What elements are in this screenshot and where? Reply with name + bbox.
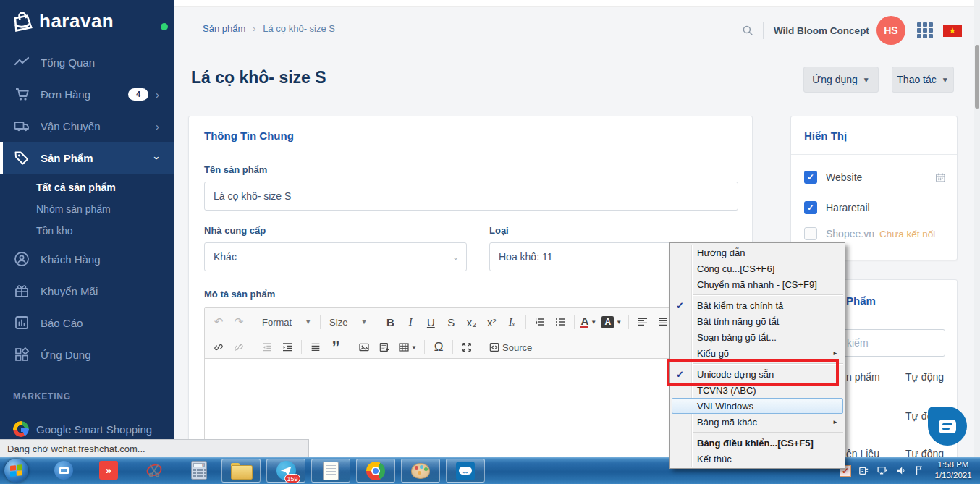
context-menu-item[interactable]: Kiểu gõ xyxy=(670,345,845,361)
apps-grid-icon[interactable] xyxy=(917,22,933,38)
format-select[interactable]: Format▼ xyxy=(258,317,316,328)
volume-tray-icon[interactable] xyxy=(895,464,908,477)
scrollbar-thumb[interactable] xyxy=(975,45,979,109)
source-button[interactable]: Source xyxy=(486,339,535,356)
superscript-icon[interactable]: x² xyxy=(482,313,501,331)
channel-checkbox[interactable]: ✓ xyxy=(804,171,817,184)
indent-icon[interactable] xyxy=(278,339,297,356)
search-icon[interactable] xyxy=(741,24,754,37)
product-name-input[interactable] xyxy=(204,182,738,211)
context-menu-item[interactable]: Bật kiểm tra chính tả xyxy=(670,297,845,313)
menu-separator xyxy=(693,363,843,364)
vendor-select[interactable]: Khác xyxy=(204,242,467,271)
apps-dropdown-button[interactable]: Ứng dụng▼ xyxy=(803,67,879,93)
context-menu-item-label: Công cụ...[CS+F6] xyxy=(697,263,774,274)
line-height-icon[interactable] xyxy=(306,339,325,356)
bullet-list-icon[interactable] xyxy=(551,313,570,331)
sidebar-item-label: Ứng Dụng xyxy=(41,349,91,361)
bg-color-icon[interactable]: A▼ xyxy=(599,313,624,331)
sidebar-subitem-label: Tồn kho xyxy=(36,225,73,237)
context-menu-item[interactable]: Soạn bảng gõ tắt... xyxy=(670,329,845,345)
sidebar-item[interactable]: Vận Chuyển › xyxy=(0,110,174,142)
start-button[interactable] xyxy=(4,459,28,483)
text-color-icon[interactable]: A▼ xyxy=(579,313,598,331)
teamviewer-taskbar-button[interactable]: ↔ xyxy=(446,459,485,483)
sidebar-item[interactable]: Khách Hàng xyxy=(0,243,174,275)
size-select[interactable]: Size▼ xyxy=(325,317,371,328)
special-char-icon[interactable]: Ω xyxy=(429,339,448,356)
link-icon[interactable] xyxy=(209,339,228,356)
schedule-calendar-icon[interactable] xyxy=(934,171,947,184)
sidebar-nav-primary: Tổng Quan Đơn Hàng 4 › Vận Chuyển › xyxy=(0,46,174,174)
editor-toolbar-row1: ↶ ↷ Format▼ Size▼ B I U S x₂ x² Iₓ A▼ A▼ xyxy=(205,308,738,336)
context-menu-item[interactable]: Chuyển mã nhanh - [CS+F9] xyxy=(670,276,845,292)
breadcrumb-products-link[interactable]: Sản phẩm xyxy=(203,23,245,34)
haravan-logo[interactable]: haravan xyxy=(10,9,114,33)
sidebar-item[interactable]: Sản Phẩm › xyxy=(0,142,174,174)
network-tray-icon[interactable] xyxy=(876,464,889,477)
context-menu-item[interactable]: Unicode dựng sẵn xyxy=(670,366,845,382)
italic-icon[interactable]: I xyxy=(401,313,420,331)
card-title: Thông Tin Chung xyxy=(204,130,294,142)
taskbar-clock[interactable]: 1:58 PM 1/13/2021 xyxy=(929,459,977,481)
context-menu-item[interactable]: Công cụ...[CS+F6] xyxy=(670,260,845,276)
sidebar-subitem-label: Tất cả sản phẩm xyxy=(36,182,116,193)
maximize-icon[interactable] xyxy=(457,339,476,356)
clock-time: 1:58 PM xyxy=(929,459,977,470)
insert-template-icon[interactable] xyxy=(375,339,394,356)
calculator-icon[interactable]: 0 xyxy=(189,460,209,480)
sidebar-subitem[interactable]: Tồn kho xyxy=(0,220,174,242)
chrome-taskbar-button[interactable] xyxy=(356,459,395,483)
outdent-icon[interactable] xyxy=(258,339,276,356)
paint-taskbar-button[interactable] xyxy=(401,459,440,483)
ordered-list-icon[interactable] xyxy=(531,313,549,331)
telegram-taskbar-button[interactable]: 159 xyxy=(266,459,305,483)
sidebar-item-google-smart-shopping[interactable]: Google Smart Shopping xyxy=(0,413,174,439)
redo-icon[interactable]: ↷ xyxy=(229,313,248,331)
sidebar-item[interactable]: Tổng Quan xyxy=(0,46,174,78)
context-menu-item[interactable]: Bật tính năng gõ tắt xyxy=(670,313,845,329)
blockquote-icon[interactable]: ” xyxy=(326,339,345,356)
safely-remove-hardware-icon[interactable] xyxy=(858,464,870,477)
context-menu-item[interactable]: Hướng dẫn xyxy=(670,245,845,260)
sidebar-item[interactable]: Đơn Hàng 4 › xyxy=(0,78,174,110)
sidebar-item[interactable]: Khuyến Mãi xyxy=(0,275,174,307)
notepad-taskbar-button[interactable] xyxy=(311,459,350,483)
sidebar-item[interactable]: Báo Cáo xyxy=(0,307,174,339)
store-name[interactable]: Wild Bloom Concept xyxy=(774,25,869,36)
subscript-icon[interactable]: x₂ xyxy=(462,313,481,331)
insert-table-icon[interactable]: ▼ xyxy=(395,339,420,356)
context-menu-item[interactable]: Kết thúc xyxy=(670,451,845,467)
underline-icon[interactable]: U xyxy=(421,313,440,331)
anydesk-icon[interactable]: » xyxy=(98,460,119,480)
context-menu-item[interactable]: Bảng điều khiển...[CS+F5] xyxy=(670,435,845,451)
context-menu-item-label: Bật tính năng gõ tắt xyxy=(697,316,779,327)
undo-icon[interactable]: ↶ xyxy=(209,313,228,331)
header-divider xyxy=(763,22,764,39)
align-left-icon[interactable] xyxy=(633,313,652,331)
context-menu-item[interactable]: Bảng mã khác xyxy=(670,414,845,430)
page-scrollbar[interactable] xyxy=(974,0,980,457)
sidebar-subitem[interactable]: Tất cả sản phẩm xyxy=(0,177,174,198)
actions-dropdown-button[interactable]: Thao tác▼ xyxy=(892,67,954,93)
snipping-tool-icon[interactable] xyxy=(144,460,164,480)
strikethrough-icon[interactable]: S xyxy=(442,313,460,331)
remove-format-icon[interactable]: Iₓ xyxy=(502,313,521,331)
channel-checkbox[interactable]: ✓ xyxy=(804,201,817,214)
context-menu-item[interactable]: TCVN3 (ABC) xyxy=(670,382,845,398)
sidebar-item-icon xyxy=(13,250,30,268)
action-center-flag-icon[interactable] xyxy=(914,464,926,477)
explorer-taskbar-button[interactable] xyxy=(221,459,261,483)
vietnam-flag-icon[interactable]: ★ xyxy=(943,25,962,37)
sidebar-subitem[interactable]: Nhóm sản phẩm xyxy=(0,198,174,220)
sidebar-item[interactable]: Ứng Dụng xyxy=(0,339,174,370)
remote-desktop-icon[interactable] xyxy=(54,460,74,480)
channel-checkbox[interactable] xyxy=(804,227,817,240)
general-info-card: Thông Tin Chung Tên sản phẩm Nhà cung cấ… xyxy=(188,116,753,484)
insert-image-icon[interactable] xyxy=(355,339,373,356)
bold-icon[interactable]: B xyxy=(381,313,400,331)
avatar[interactable]: HS xyxy=(876,16,905,45)
freshchat-fab[interactable] xyxy=(928,407,967,446)
context-menu-item[interactable]: VNI Windows xyxy=(672,398,843,414)
unlink-icon[interactable] xyxy=(229,339,248,356)
